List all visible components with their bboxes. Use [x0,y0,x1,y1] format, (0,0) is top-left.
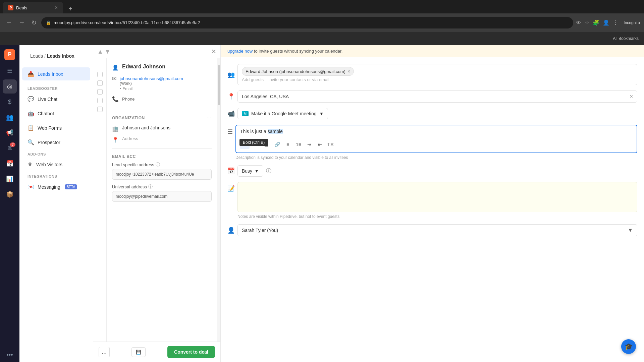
profile-menu-button[interactable]: 👤 [603,19,609,26]
org-section-title: ORGANIZATION [112,116,145,120]
browser-nav-icons: 👁 ☆ 🧩 👤 ⋮ [576,19,618,26]
google-meet-field: 📹 M Make it a Google Meet meeting ▼ [227,108,637,119]
email-dot: • [120,86,121,91]
email-icon: ✉ [112,75,116,82]
nav-icon-campaigns[interactable]: 📢 [3,126,17,140]
attendee-remove-button[interactable]: × [347,69,350,74]
panel-close-button[interactable]: ✕ [211,48,216,55]
org-name: Johnson and Johnsons [122,125,170,130]
organizer-dropdown-arrow[interactable]: ▼ [628,227,633,233]
pipedrive-logo[interactable]: P [4,49,15,60]
convert-to-deal-button[interactable]: Convert to deal [167,346,215,358]
notes-textarea[interactable] [237,182,637,212]
person-icon: 👤 [112,64,119,71]
chatbot-icon: 🤖 [28,110,34,117]
universal-address-input[interactable] [112,191,212,202]
attendees-row: 👥 Edward Johnson (johnsonandohnsons@gmai… [227,64,637,85]
panel-up-arrow[interactable]: ▲ [97,48,103,55]
address-bar[interactable]: 🔒 moodjoy.pipedrive.com/leads/inbox/51f2… [41,17,573,28]
nav-icon-leads[interactable]: ◎ [3,79,17,94]
bullet-list-button[interactable]: ≡ [283,140,292,149]
forward-button[interactable]: → [17,18,27,27]
description-icon: ☰ [227,128,233,135]
organizer-value[interactable]: Sarah Tyler (You) [242,228,625,233]
url-text: moodjoy.pipedrive.com/leads/inbox/51f234… [54,20,200,25]
status-info-icon[interactable]: ⓘ [266,168,271,175]
org-more-button[interactable]: ⋯ [206,115,212,121]
description-prefix: This is just a [240,129,268,134]
sidebar-item-livechat[interactable]: 💬 Live Chat [22,93,90,106]
nav-icon-products[interactable]: 📦 [3,187,17,201]
nav-icon-reports[interactable]: 📊 [3,172,17,186]
location-row: 📍 Los Angeles, CA, USA × [227,90,637,103]
menu-button[interactable]: ⋮ [613,19,618,26]
bookmarks-bar: All Bookmarks [0,32,644,45]
lead-specific-input[interactable] [112,169,212,180]
org-section: ORGANIZATION ⋯ 🏢 Johnson and Johnsons 📍 … [112,115,212,143]
messaging-beta-badge: BETA [65,184,77,189]
sidebar-item-webforms[interactable]: 📋 Web Forms [22,121,90,134]
universal-info-icon[interactable]: ⓘ [148,184,153,190]
extensions-icon[interactable]: 🧩 [593,19,599,26]
active-tab[interactable]: P Deals × [3,2,63,13]
org-icon: 🏢 [112,126,119,132]
tab-label: Deals [16,5,27,10]
link-button[interactable]: 🔗 [272,140,282,149]
nav-icon-activities[interactable]: 📅 [3,157,17,171]
nav-icon-contacts[interactable]: 👥 [3,110,17,124]
description-row: ☰ This is just a sample Bold (Ctrl B) B [227,125,637,160]
incognito-label: Incognito [624,20,640,25]
sidebar-item-chatbot[interactable]: 🤖 Chatbot [22,107,90,120]
browser-chrome: P Deals × + ← → ↻ 🔒 moodjoy.pipedrive.co… [0,0,644,45]
panel-down-arrow[interactable]: ▼ [105,48,111,55]
email-sub-row: • Email [120,86,183,91]
location-clear-button[interactable]: × [630,94,633,100]
detail-scrollbar[interactable] [217,58,220,342]
description-textarea[interactable]: This is just a sample Bold (Ctrl B) B I … [235,125,637,153]
lead-specific-label: Lead specific address ⓘ [112,162,212,168]
reload-button[interactable]: ↻ [30,18,39,28]
checkbox-2[interactable] [97,80,103,86]
nav-icon-more-dots[interactable]: ••• [3,348,17,362]
notes-container: Notes are visible within Pipedrive, but … [237,182,637,219]
sidebar-item-prospector[interactable]: 🔍 Prospector [22,136,90,149]
location-value[interactable]: Los Angeles, CA, USA [242,94,627,99]
organizer-select-row: Sarah Tyler (You) ▼ [237,224,637,236]
status-dropdown[interactable]: Busy ▼ [237,165,263,177]
new-tab-button[interactable]: + [66,4,75,13]
left-sidebar: Leads / Leads Inbox 📥 Leads Inbox LEADBO… [19,45,93,362]
footer-more-button[interactable]: ... [99,347,110,357]
google-meet-button[interactable]: M Make it a Google Meet meeting ▼ [237,108,328,119]
indent-button[interactable]: ⇥ [305,140,314,149]
checkbox-5[interactable] [97,107,103,112]
outdent-button[interactable]: ⇤ [315,140,325,149]
sidebar-item-livechat-label: Live Chat [38,97,57,102]
nav-icon-deals[interactable]: $ [3,95,17,109]
email-bcc-section: EMAIL BCC Lead specific address ⓘ Univer… [112,154,212,206]
clear-format-button[interactable]: T✕ [326,140,335,149]
add-guests-placeholder[interactable]: Add guests – invite your contacts or via… [242,77,633,82]
footer-save-button[interactable]: 💾 [131,347,146,357]
nav-icon-inbox[interactable]: ✉ 7 [3,141,17,155]
tab-close-button[interactable]: × [55,5,58,11]
back-button[interactable]: ← [4,18,14,27]
upgrade-link[interactable]: upgrade now [227,49,253,54]
numbered-list-button[interactable]: 1≡ [294,140,303,149]
meet-dropdown-arrow[interactable]: ▼ [319,111,324,116]
checkbox-4[interactable] [97,98,103,103]
bookmark-icon[interactable]: ☆ [585,19,589,26]
email-sub-label: Email [122,86,132,91]
phone-icon: 📞 [112,96,119,102]
lead-specific-info-icon[interactable]: ⓘ [156,162,160,168]
nav-icon-menu[interactable]: ☰ [3,64,17,78]
sidebar-item-webvisitors[interactable]: 👁 Web Visitors [22,158,90,171]
sidebar-item-webforms-label: Web Forms [38,125,62,131]
breadcrumb-parent[interactable]: Leads [30,53,43,59]
checkbox-1[interactable] [97,72,103,77]
sidebar-item-messaging[interactable]: 💌 Messaging BETA [22,180,90,193]
checkbox-3[interactable] [97,89,103,95]
person-email[interactable]: johnsonandohnsons@gmail.com [120,76,183,81]
help-fab-button[interactable]: 🎓 [621,339,636,354]
right-panel: upgrade now to invite guests without syn… [221,45,644,362]
sidebar-item-leads-inbox[interactable]: 📥 Leads Inbox [22,67,90,80]
